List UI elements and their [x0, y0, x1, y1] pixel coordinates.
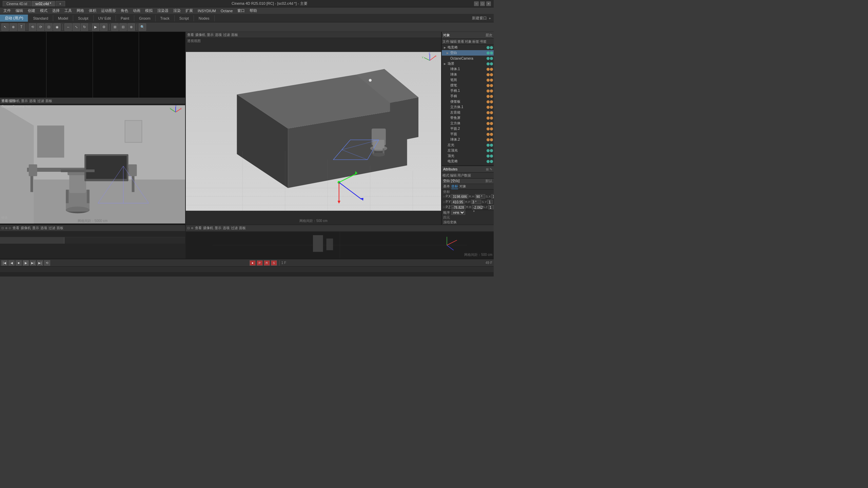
obj-item-4[interactable]: 球体.1 — [442, 66, 494, 72]
obj-item-0[interactable]: ▶电竞椅 — [442, 45, 494, 50]
tl-end-btn[interactable]: ▶| — [37, 260, 43, 266]
scale-tool[interactable]: ⤡ — [73, 23, 80, 31]
rv-panel-btn[interactable]: 面板 — [231, 33, 238, 37]
search-btn[interactable]: 🔍 — [139, 23, 146, 31]
ws-tab-Script[interactable]: Script — [175, 15, 194, 21]
snap-btn[interactable]: ⊟ — [119, 23, 127, 31]
menu-item-模拟[interactable]: 模拟 — [143, 8, 155, 14]
attr-rp-value[interactable]: 3 ° — [471, 200, 481, 204]
om-view-tab[interactable]: 查看 — [457, 39, 464, 44]
rv-filter-btn[interactable]: 过滤 — [223, 33, 230, 37]
menu-item-渲染[interactable]: 渲染 — [171, 8, 183, 14]
bvp-right-view[interactable]: 查看 — [195, 226, 202, 230]
obj-item-7[interactable]: 摆笔 — [442, 83, 494, 88]
tab-new[interactable]: + — [56, 1, 65, 6]
attr-rb-value[interactable]: -2.062 ° — [472, 205, 482, 209]
bottom-left-viewport[interactable]: ⊡ ⊕ ⊙ 查看 摄像机 显示 选项 过滤 面板 网格间距：50000 cm — [0, 225, 186, 259]
menu-item-创建[interactable]: 创建 — [26, 8, 37, 14]
bvp-left-panel[interactable]: 面板 — [57, 226, 63, 230]
render-btn[interactable]: ▶ — [92, 23, 99, 31]
axis-btn[interactable]: ⊕ — [127, 23, 135, 31]
obj-item-14[interactable]: 立方体 — [442, 121, 494, 126]
menu-item-扩展[interactable]: 扩展 — [183, 8, 195, 14]
attr-mode-tab[interactable]: 模式 — [442, 173, 449, 178]
obj-item-19[interactable]: 左顶光 — [442, 148, 494, 153]
tl-start-btn[interactable]: |◀ — [1, 260, 7, 266]
om-file-tab[interactable]: 文件 — [442, 39, 449, 44]
bvp-left-view[interactable]: 查看 — [13, 226, 19, 230]
ws-tab-Track[interactable]: Track — [156, 15, 175, 21]
menu-item-工具[interactable]: 工具 — [62, 8, 74, 14]
toolbar-btn-5[interactable]: ⊡ — [45, 23, 53, 31]
toolbar-btn-2[interactable]: T — [18, 23, 25, 31]
menu-item-模式[interactable]: 模式 — [38, 8, 50, 14]
obj-item-2[interactable]: OctaneCamera — [442, 56, 494, 61]
obj-item-1[interactable]: ▶空白 — [442, 50, 494, 56]
ws-tab-启动(用户)[interactable]: 启动 (用户) — [0, 15, 28, 22]
obj-item-12[interactable]: 左音箱 — [442, 110, 494, 115]
move-tool[interactable]: ↔ — [64, 23, 72, 31]
toolbar-btn-6[interactable]: ◉ — [53, 23, 61, 31]
obj-item-5[interactable]: 球体 — [442, 72, 494, 77]
obj-item-8[interactable]: 手柄.1 — [442, 88, 494, 94]
vp-display-btn[interactable]: 显示 — [21, 99, 28, 103]
menu-item-体积[interactable]: 体积 — [87, 8, 98, 14]
bvp-left-display[interactable]: 显示 — [32, 226, 39, 230]
viewport-quad-2[interactable] — [46, 32, 93, 98]
right-viewport[interactable]: 查看 摄像机 显示 选项 过滤 面板 透视视图 — [186, 32, 441, 225]
menu-item-动画[interactable]: 动画 — [131, 8, 142, 14]
menu-item-文件[interactable]: 文件 — [1, 8, 13, 14]
vp-filter-btn[interactable]: 过滤 — [37, 99, 44, 103]
attr-coord-tab[interactable]: 坐标 — [451, 184, 458, 189]
ws-tab-Nodes[interactable]: Nodes — [194, 15, 215, 21]
attr-sy-value[interactable]: 1 — [487, 200, 493, 204]
om-object-tab[interactable]: 对象 — [465, 39, 472, 44]
obj-item-16[interactable]: 平面 — [442, 131, 494, 137]
tl-prev-btn[interactable]: ◀ — [8, 260, 15, 266]
vp-options-btn[interactable]: 选项 — [29, 99, 36, 103]
tab-scene[interactable]: sc02.c4d * — [32, 1, 55, 6]
attr-order-select[interactable]: HPB — [451, 210, 465, 215]
attr-py-value[interactable]: 410.95 cm — [451, 200, 465, 204]
bvp-right-panel[interactable]: 面板 — [239, 226, 246, 230]
tl-next-btn[interactable]: ▶| — [30, 260, 36, 266]
viewport-quad-1[interactable] — [0, 32, 46, 98]
rv-options-btn[interactable]: 选项 — [215, 33, 222, 37]
attr-edit-tab[interactable]: 编辑 — [450, 173, 457, 178]
maximize-button[interactable]: □ — [480, 1, 485, 6]
toolbar-btn-1[interactable]: ⊕ — [9, 23, 17, 31]
tl-record-scl[interactable]: S — [271, 260, 277, 266]
tl-stop-btn[interactable]: ■ — [16, 260, 22, 266]
viewport-quad-3[interactable] — [93, 32, 139, 98]
tab-cinema4d[interactable]: Cinema 4D.td — [3, 1, 31, 6]
rv-view-btn[interactable]: 查看 — [187, 33, 194, 37]
obj-item-18[interactable]: 左光 — [442, 142, 494, 148]
ws-tab-Sculpt[interactable]: Sculpt — [73, 15, 94, 21]
rv-camera-btn[interactable]: 摄像机 — [195, 33, 205, 37]
obj-item-22[interactable]: OctaneSky — [442, 164, 494, 165]
grid-btn[interactable]: ⊞ — [111, 23, 119, 31]
obj-item-21[interactable]: 电竞椅 — [442, 159, 494, 164]
obj-item-13[interactable]: 带鱼屏 — [442, 115, 494, 121]
attr-freeze-row[interactable]: 冻结变换 — [442, 220, 494, 225]
bvp-right-options[interactable]: 选项 — [223, 226, 230, 230]
attr-pz-value[interactable]: -78.828 cm — [451, 205, 466, 209]
render-settings[interactable]: ⚙ — [100, 23, 107, 31]
obj-item-9[interactable]: 手柄 — [442, 94, 494, 99]
obj-item-6[interactable]: 笔筒 — [442, 77, 494, 83]
ws-tab-Model[interactable]: Model — [53, 15, 73, 21]
menu-item-编辑[interactable]: 编辑 — [14, 8, 25, 14]
ws-tab-Groom[interactable]: Groom — [134, 15, 156, 21]
menu-item-选择[interactable]: 选择 — [50, 8, 62, 14]
bvp-right-filter[interactable]: 过滤 — [231, 226, 238, 230]
tl-record-pos[interactable]: P — [257, 260, 263, 266]
toolbar-btn-0[interactable]: ↖ — [1, 23, 9, 31]
menu-item-网格[interactable]: 网格 — [75, 8, 86, 14]
bvp-right-camera[interactable]: 摄像机 — [203, 226, 213, 230]
attr-userdata-tab[interactable]: 用户数据 — [457, 173, 471, 178]
close-button[interactable]: × — [486, 1, 491, 6]
obj-item-10[interactable]: 便签板 — [442, 99, 494, 104]
toolbar-btn-4[interactable]: ⟳ — [37, 23, 44, 31]
rotate-tool[interactable]: ↻ — [81, 23, 88, 31]
om-edit-tab[interactable]: 编辑 — [450, 39, 457, 44]
